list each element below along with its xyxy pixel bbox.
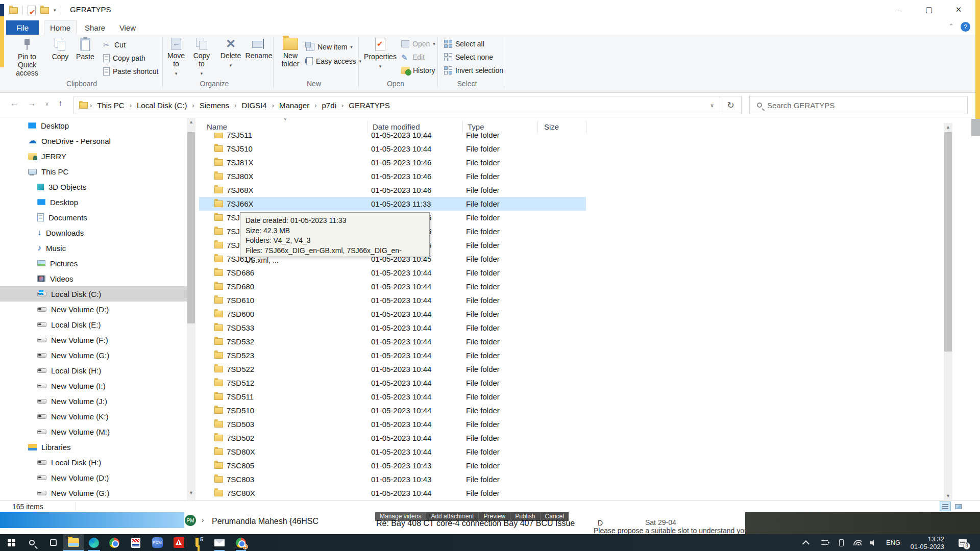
properties-quick-icon[interactable] bbox=[28, 6, 36, 15]
properties-button[interactable]: Properties ▾ bbox=[363, 38, 397, 70]
sidebar-item-libraries[interactable]: Libraries bbox=[0, 439, 187, 455]
column-header-size[interactable]: Size bbox=[544, 122, 559, 133]
breadcrumb-item[interactable]: Local Disk (C:) bbox=[134, 101, 190, 110]
table-row[interactable]: 7SJ51001-05-2023 10:44File folder bbox=[199, 142, 586, 156]
table-row[interactable]: 7SD61001-05-2023 10:44File folder bbox=[199, 293, 586, 307]
table-row[interactable]: 7SD68601-05-2023 10:44File folder bbox=[199, 266, 586, 280]
table-row[interactable]: 7SJ81X01-05-2023 10:46File folder bbox=[199, 156, 586, 169]
qat-customize-chevron-icon[interactable]: ▾ bbox=[54, 8, 56, 13]
table-row[interactable]: 7SD51001-05-2023 10:44File folder bbox=[199, 404, 586, 417]
scrollbar-thumb[interactable] bbox=[944, 132, 952, 352]
taskbar-chrome[interactable] bbox=[104, 534, 125, 551]
sidebar-item-pictures[interactable]: Pictures bbox=[0, 256, 187, 271]
taskbar-file-explorer[interactable] bbox=[63, 534, 84, 551]
column-header-name[interactable]: Name bbox=[207, 122, 227, 133]
breadcrumb-item[interactable]: p7di bbox=[319, 101, 339, 110]
select-none-button[interactable]: Select none bbox=[444, 52, 493, 62]
sidebar-item-new-volume-g-[interactable]: New Volume (G:) bbox=[0, 485, 187, 500]
paste-button[interactable]: Paste bbox=[74, 38, 97, 61]
expand-chevron-icon[interactable]: › bbox=[202, 516, 204, 524]
sidebar-item-desktop[interactable]: Desktop bbox=[0, 194, 187, 210]
copy-path-button[interactable]: Copy path bbox=[103, 53, 145, 63]
table-row[interactable]: 7SD52201-05-2023 10:44File folder bbox=[199, 362, 586, 376]
column-separator[interactable] bbox=[368, 121, 368, 133]
taskbar-edge[interactable] bbox=[84, 534, 104, 551]
table-row[interactable]: 7SC80501-05-2023 10:43File folder bbox=[199, 459, 586, 472]
tab-home[interactable]: Home bbox=[44, 20, 77, 35]
easy-access-button[interactable]: Easy access ▾ bbox=[306, 56, 361, 66]
file-list-scrollbar[interactable]: ▲ ▼ bbox=[944, 123, 952, 500]
move-to-button[interactable]: Move to ▾ bbox=[164, 38, 188, 78]
taskbar-warning-app[interactable] bbox=[168, 534, 189, 551]
history-button[interactable]: History bbox=[401, 65, 435, 76]
sidebar-item-new-volume-k-[interactable]: New Volume (K:) bbox=[0, 409, 187, 424]
tray-language[interactable]: ENG bbox=[886, 534, 900, 551]
table-row[interactable]: 7SD80X01-05-2023 10:44File folder bbox=[199, 445, 586, 459]
table-row[interactable]: 7SJ80X01-05-2023 10:46File folder bbox=[199, 169, 586, 183]
breadcrumb-item[interactable]: DIGSI4 bbox=[238, 101, 270, 110]
cut-button[interactable]: Cut bbox=[103, 40, 126, 50]
breadcrumb-item[interactable]: Siemens bbox=[197, 101, 232, 110]
sidebar-item-local-disk-h-[interactable]: Local Disk (H:) bbox=[0, 455, 187, 470]
breadcrumb-item[interactable]: GERATYPS bbox=[346, 101, 393, 110]
sidebar-item-local-disk-c-[interactable]: Local Disk (C:) bbox=[0, 286, 187, 302]
new-item-button[interactable]: New item ▾ bbox=[306, 42, 353, 52]
taskbar-chrome-profile[interactable] bbox=[231, 534, 251, 551]
sidebar-item-new-volume-i-[interactable]: New Volume (I:) bbox=[0, 378, 187, 393]
column-separator[interactable] bbox=[537, 121, 538, 133]
back-button[interactable]: ← bbox=[10, 98, 19, 109]
open-button[interactable]: Open ▾ bbox=[401, 39, 435, 49]
close-button[interactable]: ✕ bbox=[944, 0, 973, 19]
table-row[interactable]: 7SD52301-05-2023 10:44File folder bbox=[199, 348, 586, 362]
table-row[interactable]: 7SJ66X01-05-2023 11:33File folder bbox=[199, 197, 586, 211]
table-row[interactable]: 7SD51101-05-2023 10:44File folder bbox=[199, 390, 586, 404]
details-view-button[interactable] bbox=[940, 502, 951, 511]
task-view-button[interactable] bbox=[43, 534, 63, 551]
sidebar-item-new-volume-d-[interactable]: New Volume (D:) bbox=[0, 302, 187, 317]
taskbar-digsi5[interactable] bbox=[188, 534, 208, 551]
column-header-type[interactable]: Type bbox=[468, 122, 484, 133]
breadcrumb-item[interactable]: This PC bbox=[94, 101, 127, 110]
start-button[interactable] bbox=[1, 534, 21, 551]
tab-view[interactable]: View bbox=[113, 20, 142, 35]
tab-share[interactable]: Share bbox=[80, 20, 110, 35]
folder-quick-icon[interactable] bbox=[40, 7, 49, 14]
breadcrumb-item[interactable]: Manager bbox=[276, 101, 312, 110]
table-row[interactable]: 7SD53301-05-2023 10:44File folder bbox=[199, 321, 586, 335]
copy-to-button[interactable]: Copy to ▾ bbox=[190, 38, 213, 78]
new-folder-button[interactable]: New folder bbox=[276, 38, 305, 68]
help-icon[interactable]: ? bbox=[961, 22, 970, 32]
scroll-down-icon[interactable]: ▼ bbox=[944, 492, 952, 500]
taskbar-sel-app[interactable] bbox=[126, 534, 146, 551]
sidebar-item-jerry[interactable]: JERRY bbox=[0, 148, 187, 164]
table-row[interactable]: 7SD53201-05-2023 10:44File folder bbox=[199, 335, 586, 348]
tray-network[interactable] bbox=[853, 534, 862, 551]
tray-volume[interactable] bbox=[870, 534, 877, 551]
sidebar-item-new-volume-j-[interactable]: New Volume (J:) bbox=[0, 393, 187, 409]
table-row[interactable]: 7SD68001-05-2023 10:44File folder bbox=[199, 280, 586, 293]
up-button[interactable]: ↑ bbox=[58, 98, 63, 109]
tray-phone[interactable] bbox=[839, 534, 844, 551]
paste-shortcut-button[interactable]: Paste shortcut bbox=[103, 66, 159, 77]
sidebar-item-downloads[interactable]: ↓Downloads bbox=[0, 225, 187, 240]
select-all-button[interactable]: Select all bbox=[444, 39, 484, 49]
sidebar-item-videos[interactable]: Videos bbox=[0, 271, 187, 286]
taskbar-search-button[interactable] bbox=[21, 534, 42, 551]
delete-button[interactable]: Delete ▾ bbox=[218, 38, 243, 69]
table-row[interactable]: 7SD50301-05-2023 10:44File folder bbox=[199, 417, 586, 431]
maximize-button[interactable]: ▢ bbox=[914, 0, 944, 19]
taskbar-mail[interactable] bbox=[209, 534, 230, 551]
sidebar-item-desktop[interactable]: Desktop bbox=[0, 118, 187, 133]
sidebar-item-local-disk-h-[interactable]: Local Disk (H:) bbox=[0, 363, 187, 378]
scroll-up-icon[interactable]: ▲ bbox=[944, 123, 952, 131]
sidebar-item-new-volume-g-[interactable]: New Volume (G:) bbox=[0, 347, 187, 363]
email-subject[interactable]: Re: Bay 408 CT core-4 connection Bay 407… bbox=[376, 519, 593, 528]
table-row[interactable]: 7SJ68X01-05-2023 10:46File folder bbox=[199, 183, 586, 197]
edit-button[interactable]: Edit bbox=[401, 52, 425, 62]
taskbar-pcm600[interactable]: PCM bbox=[147, 534, 167, 551]
rename-button[interactable]: Rename bbox=[244, 38, 274, 60]
collapse-ribbon-chevron-icon[interactable]: ⌃ bbox=[948, 22, 954, 30]
tab-file[interactable]: File bbox=[6, 20, 39, 35]
thumbnail-view-button[interactable] bbox=[952, 502, 964, 511]
refresh-button[interactable]: ↻ bbox=[720, 96, 741, 114]
